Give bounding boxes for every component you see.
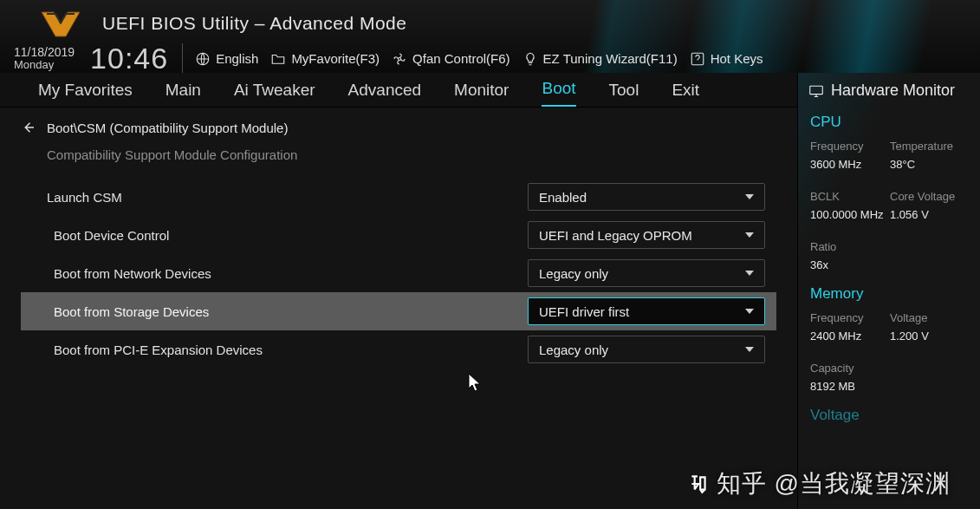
memory-section: Memory Frequency Voltage 2400 MHz 1.200 … [798,280,980,401]
tab-my-favorites[interactable]: My Favorites [38,81,133,107]
setting-row[interactable]: Boot Device ControlUEFI and Legacy OPROM [21,216,776,254]
date-block: 11/18/2019 Monday [14,45,75,72]
myfavorite-button[interactable]: MyFavorite(F3) [270,51,380,67]
title-row: UEFI BIOS Utility – Advanced Mode [0,0,980,42]
section-title: Compatibility Support Module Configurati… [47,147,776,162]
setting-value: Enabled [539,190,587,205]
settings-list: Launch CSMEnabledBoot Device ControlUEFI… [21,178,776,369]
setting-value: Legacy only [539,266,608,281]
mem-volt-value: 1.200 V [890,330,968,343]
chevron-down-icon [745,232,754,238]
cpu-temp-label: Temperature [890,140,968,153]
chevron-down-icon [745,347,754,352]
setting-label: Boot from Storage Devices [54,304,528,319]
setting-label: Boot from PCI-E Expansion Devices [54,343,528,357]
cpu-bclk-label: BCLK [810,190,888,203]
hotkeys-button[interactable]: Hot Keys [690,51,763,67]
tabs-bar: My FavoritesMainAi TweakerAdvancedMonito… [0,73,797,108]
chevron-down-icon [745,309,754,314]
header: UEFI BIOS Utility – Advanced Mode 11/18/… [0,0,980,73]
info-row: 11/18/2019 Monday 10:46 English MyFavori… [0,42,980,73]
cpu-ratio-value: 36x [810,258,888,271]
side-title-text: Hardware Monitor [831,82,955,100]
cpu-ratio-label: Ratio [810,240,888,253]
tab-ai-tweaker[interactable]: Ai Tweaker [234,81,315,107]
hardware-monitor-panel: Hardware Monitor CPU Frequency Temperatu… [797,73,980,509]
setting-dropdown[interactable]: Enabled [528,183,765,211]
cpu-freq-label: Frequency [810,140,888,153]
setting-label: Boot Device Control [54,228,528,243]
setting-dropdown[interactable]: UEFI and Legacy OPROM [528,221,765,249]
back-arrow-icon[interactable] [21,120,36,135]
setting-label: Boot from Network Devices [54,266,528,281]
setting-row[interactable]: Launch CSMEnabled [21,178,776,216]
mem-freq-value: 2400 MHz [810,330,888,343]
day-text: Monday [14,59,75,72]
setting-dropdown[interactable]: Legacy only [528,259,765,287]
language-label: English [216,51,258,66]
side-title: Hardware Monitor [798,73,980,108]
chevron-down-icon [745,271,754,276]
setting-row[interactable]: Boot from Storage DevicesUEFI driver fir… [21,292,776,330]
tab-main[interactable]: Main [165,81,201,107]
mem-volt-label: Voltage [890,311,968,324]
divider [182,43,183,74]
folder-icon [270,51,286,67]
breadcrumb: Boot\CSM (Compatibility Support Module) [21,120,776,135]
vendor-logo [35,5,87,42]
question-icon [690,51,705,67]
voltage-heading: Voltage [810,407,968,424]
clock-time: 10:46 [90,42,168,73]
tab-exit[interactable]: Exit [672,81,699,107]
date-text: 11/18/2019 [14,45,75,59]
page-title: UEFI BIOS Utility – Advanced Mode [102,13,406,34]
hotkeys-label: Hot Keys [711,51,763,66]
svg-point-2 [399,57,401,60]
setting-value: UEFI driver first [539,304,629,319]
cpu-cvolt-value: 1.056 V [890,208,968,221]
tab-tool[interactable]: Tool [609,81,639,107]
cpu-heading: CPU [810,114,968,131]
setting-row[interactable]: Boot from PCI-E Expansion DevicesLegacy … [21,330,776,369]
tab-advanced[interactable]: Advanced [348,81,422,107]
memory-heading: Memory [810,285,968,303]
fan-icon [392,51,407,67]
language-button[interactable]: English [195,51,258,67]
bulb-icon [522,51,538,67]
svg-rect-4 [810,86,823,94]
main-panel: Boot\CSM (Compatibility Support Module) … [0,108,797,509]
setting-dropdown[interactable]: Legacy only [528,336,765,363]
cpu-section: CPU Frequency Temperature 3600 MHz 38°C … [798,108,980,280]
monitor-icon [808,84,824,98]
setting-value: UEFI and Legacy OPROM [539,228,692,243]
mem-cap-value: 8192 MB [810,380,888,393]
ez-label: EZ Tuning Wizard(F11) [543,51,678,66]
mem-freq-label: Frequency [810,311,888,324]
cpu-freq-value: 3600 MHz [810,158,888,171]
tab-boot[interactable]: Boot [542,79,575,107]
setting-value: Legacy only [539,343,608,357]
cpu-temp-value: 38°C [890,158,968,171]
tab-monitor[interactable]: Monitor [454,81,509,107]
voltage-section: Voltage [798,401,980,441]
qfan-button[interactable]: Qfan Control(F6) [392,51,510,67]
breadcrumb-text: Boot\CSM (Compatibility Support Module) [47,121,288,135]
setting-dropdown[interactable]: UEFI driver first [528,297,765,325]
globe-icon [195,51,211,67]
ez-button[interactable]: EZ Tuning Wizard(F11) [522,51,678,67]
cpu-bclk-value: 100.0000 MHz [810,208,888,221]
qfan-label: Qfan Control(F6) [412,51,510,66]
setting-row[interactable]: Boot from Network DevicesLegacy only [21,254,776,292]
cpu-cvolt-label: Core Voltage [890,190,968,203]
chevron-down-icon [745,194,754,199]
setting-label: Launch CSM [47,190,528,205]
myfavorite-label: MyFavorite(F3) [291,51,380,66]
mem-cap-label: Capacity [810,362,888,375]
clock: 10:46 [90,42,170,73]
